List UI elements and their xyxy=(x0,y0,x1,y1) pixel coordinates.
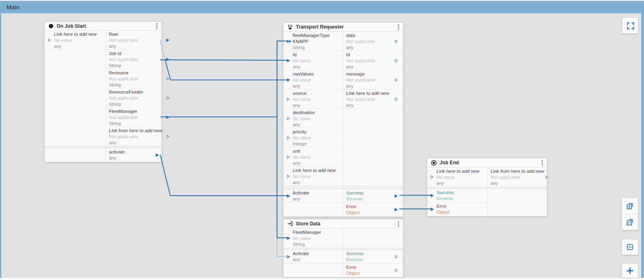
job-start-icon xyxy=(48,23,54,29)
port-value: No value xyxy=(293,235,343,241)
node-menu-button[interactable] xyxy=(397,221,399,227)
port-value: No value xyxy=(54,37,106,43)
port-value: Not applicable xyxy=(346,96,393,102)
fullscreen-icon xyxy=(626,22,634,30)
add-node-button[interactable] xyxy=(622,263,638,278)
port-arrow-out[interactable] xyxy=(395,78,398,82)
port-type: Boolean xyxy=(346,257,393,263)
port-type: any xyxy=(109,140,162,146)
port-value: Not applicable xyxy=(109,37,162,43)
fit-view-button[interactable] xyxy=(622,239,638,255)
port-value: Not applicable xyxy=(346,58,393,64)
node-transport-requester[interactable]: Transport RequesterfleetManagerTypeKNAPP… xyxy=(283,22,404,217)
topbar: Main xyxy=(1,1,641,13)
port-arrow-in[interactable] xyxy=(287,116,290,121)
port-row: Link from here to add newNot applicablea… xyxy=(106,127,172,146)
port-arrow-out[interactable] xyxy=(166,38,170,42)
node-job-end[interactable]: Job EndLink here to add newNo valueanyLi… xyxy=(427,158,547,217)
tab-main-label: Main xyxy=(6,4,20,10)
port-arrow-in[interactable] xyxy=(287,174,290,178)
port-arrow-out[interactable] xyxy=(166,135,170,139)
port-name: priority xyxy=(293,129,343,135)
empty-cell xyxy=(343,109,403,186)
node-title: Store Data xyxy=(296,221,320,227)
node-store-data[interactable]: Store DataFleetManagerNo valueStringActi… xyxy=(283,219,404,278)
port-name: rawValues xyxy=(293,71,343,77)
port-type: any xyxy=(293,257,343,263)
port-arrow-out[interactable] xyxy=(166,96,170,100)
port-row: Link here to add newNo valueany xyxy=(427,168,487,187)
port-arrow-in[interactable] xyxy=(287,136,290,140)
section-divider xyxy=(283,186,403,189)
port-type: any xyxy=(54,43,106,49)
port-name: Activate xyxy=(293,190,343,196)
port-name: Id xyxy=(346,52,393,58)
port-arrow-out[interactable] xyxy=(395,59,398,63)
port-type: any xyxy=(293,64,343,70)
port-name: source xyxy=(293,90,343,96)
node-title: Job End xyxy=(440,160,459,166)
port-arrow-in[interactable] xyxy=(430,175,434,179)
connection-line[interactable] xyxy=(160,60,289,60)
node-header: Store Data xyxy=(283,219,403,229)
port-type: any xyxy=(293,196,343,202)
empty-cell xyxy=(283,203,343,217)
node-menu-button[interactable] xyxy=(156,23,158,29)
node-menu-button[interactable] xyxy=(541,160,543,166)
port-type: Boolean xyxy=(436,196,487,202)
port-arrow-out[interactable] xyxy=(395,97,398,101)
port-row: Link here to add newNo valueany xyxy=(45,31,106,50)
port-value: KNAPP xyxy=(293,39,343,45)
port-name: Resource xyxy=(109,70,162,76)
port-arrow-out[interactable] xyxy=(545,175,549,179)
port-value: No value xyxy=(293,58,343,64)
port-row: activateany xyxy=(106,148,161,162)
port-row: Activateany xyxy=(283,189,343,203)
port-type: any xyxy=(109,155,152,161)
port-name: Success xyxy=(346,251,393,257)
port-type: Object xyxy=(346,270,393,276)
job-end-icon xyxy=(431,160,437,166)
port-name: Link here to add new xyxy=(293,168,343,174)
node-on-job-start[interactable]: On Job StartLink here to add newNo value… xyxy=(44,21,162,162)
port-row: SuccessBoolean xyxy=(343,250,403,264)
port-row: ErrorObject xyxy=(427,202,487,216)
port-value: No value xyxy=(293,96,343,102)
port-name: FleetManager xyxy=(109,108,162,114)
port-row: ResourceFeederNot applicableString xyxy=(106,88,172,108)
port-row: Link here to add newNot applicableany xyxy=(343,90,403,109)
zoom-out-button[interactable] xyxy=(622,214,638,230)
port-arrow-in[interactable] xyxy=(287,155,290,159)
port-name: Link here to add new xyxy=(346,90,393,96)
port-arrow-out[interactable] xyxy=(395,39,398,43)
fullscreen-button[interactable] xyxy=(622,17,638,34)
port-arrow-in[interactable] xyxy=(48,38,51,42)
port-name: Activate xyxy=(293,251,343,257)
port-row: IdNot applicableany xyxy=(343,51,403,70)
port-row: rawValuesNo valueany xyxy=(283,70,343,90)
port-arrow-out[interactable] xyxy=(394,194,398,198)
port-value: Not applicable xyxy=(109,95,162,101)
port-name: message xyxy=(346,71,393,77)
port-name: FleetManager xyxy=(293,229,343,235)
port-row: ResourceNot applicableString xyxy=(106,69,172,88)
port-type: any xyxy=(346,102,393,108)
port-name: ResourceFeeder xyxy=(109,89,162,95)
zoom-in-button[interactable] xyxy=(622,198,638,214)
port-arrow-in[interactable] xyxy=(287,97,290,101)
empty-cell xyxy=(283,264,343,277)
port-type: any xyxy=(293,160,343,166)
port-row: unitNo valueany xyxy=(283,147,343,167)
port-value: Not applicable xyxy=(109,114,162,121)
port-arrow-out[interactable] xyxy=(155,153,159,157)
node-title: Transport Requester xyxy=(296,24,344,30)
port-value: Not applicable xyxy=(109,57,162,63)
port-arrow-out[interactable] xyxy=(395,268,398,272)
port-arrow-out[interactable] xyxy=(166,57,170,61)
port-row: destinationNo valueany xyxy=(283,109,343,128)
port-arrow-out[interactable] xyxy=(395,255,398,259)
port-arrow-out[interactable] xyxy=(394,208,398,212)
port-arrow-out[interactable] xyxy=(166,77,170,81)
node-menu-button[interactable] xyxy=(397,24,399,30)
kebab-menu-icon xyxy=(397,24,399,30)
